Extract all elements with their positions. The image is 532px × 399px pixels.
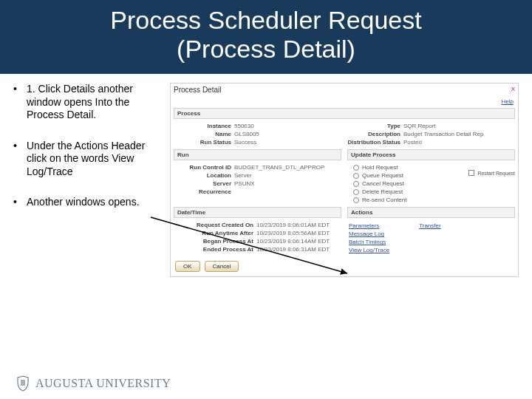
title-band: Process Scheduler Request (Process Detai… [0,0,532,74]
section-actions: Parameters Message Log Batch Timings Vie… [344,219,518,256]
field-type: TypeSQR Report [344,122,514,130]
title-line1: Process Scheduler Request [110,6,421,34]
field-name: NameGLS8005 [175,130,344,138]
radio-icon [353,181,359,187]
bullet-item: 1. Click Details another window opens In… [13,83,161,122]
process-detail-window: Process Detail X Help Process Instance55… [170,83,519,277]
slide: Process Scheduler Request (Process Detai… [0,0,532,399]
field-server: ServerPSUNX [175,180,340,188]
section-update-header: Update Process [347,149,515,160]
radio-delete[interactable]: Delete Request [349,188,514,196]
close-icon[interactable]: X [511,86,515,92]
field-anytime: Run Anytime After10/23/2019 8:05:56AM ED… [175,229,340,237]
bullet-list: 1. Click Details another window opens In… [13,83,161,277]
shield-icon [16,375,30,392]
slide-title: Process Scheduler Request (Process Detai… [0,6,532,64]
footer-brand: AUGUSTA UNIVERSITY [35,377,171,390]
radio-icon [353,197,359,203]
radio-icon [353,173,359,179]
svg-rect-1 [21,380,25,386]
section-datetime-header: Date/Time [174,207,341,218]
window-header: Process Detail X [171,83,518,98]
field-recurrence: Recurrence [175,188,340,196]
link-parameters[interactable]: Parameters [349,222,379,229]
field-run-status: Run StatusSuccess [175,138,344,146]
field-description: DescriptionBudget Transaction Detail Rep [344,130,514,138]
cancel-button[interactable]: Cancel [205,261,239,272]
datetime-actions-row: Date/Time Request Created On10/23/2019 8… [171,205,518,256]
bullet-item: Under the Actions Header click on the wo… [13,140,161,179]
run-update-row: Run Run Control IDBUDGET_TRANS_DTL_APPRO… [171,148,518,205]
restart-request[interactable]: Restart Request [468,170,515,176]
help-link[interactable]: Help [502,98,514,105]
field-run-control: Run Control IDBUDGET_TRANS_DTL_APPROP [175,163,340,171]
link-view-log-trace[interactable]: View Log/Trace [349,247,389,253]
field-ended: Ended Process At10/23/2019 8:06:31AM EDT [175,245,340,253]
body: 1. Click Details another window opens In… [0,74,532,277]
link-message-log[interactable]: Message Log [349,231,384,237]
section-update: Hold Request Queue Request Cancel Reques… [344,162,518,205]
radio-resend[interactable]: Re-send Content [349,196,514,204]
link-transfer[interactable]: Transfer [419,222,441,229]
radio-cancel[interactable]: Cancel Request [349,180,514,188]
window-title: Process Detail [174,86,221,94]
footer: AUGUSTA UNIVERSITY [16,375,171,392]
button-row: OK Cancel [171,256,518,276]
checkbox-icon [468,170,474,176]
help-row: Help [171,98,518,106]
field-began: Began Process At10/23/2019 8:06:14AM EDT [175,237,340,245]
radio-icon [353,189,359,195]
bullet-item: Another windows opens. [13,196,161,209]
field-location: LocationServer [175,171,340,180]
section-actions-header: Actions [347,207,515,218]
section-run-header: Run [174,149,341,160]
section-datetime: Request Created On10/23/2019 8:06:01AM E… [171,219,344,255]
title-line2: (Process Detail) [177,35,355,63]
section-process: Instance550630 NameGLS8005 Run StatusSuc… [171,120,518,148]
link-batch-timings[interactable]: Batch Timings [349,239,386,245]
section-process-header: Process [174,108,515,119]
field-instance: Instance550630 [175,122,344,130]
radio-icon [353,165,359,171]
section-run: Run Control IDBUDGET_TRANS_DTL_APPROP Lo… [171,162,344,197]
ok-button[interactable]: OK [175,261,200,272]
field-created: Request Created On10/23/2019 8:06:01AM E… [175,221,340,229]
field-dist-status: Distribution StatusPosted [344,138,514,146]
